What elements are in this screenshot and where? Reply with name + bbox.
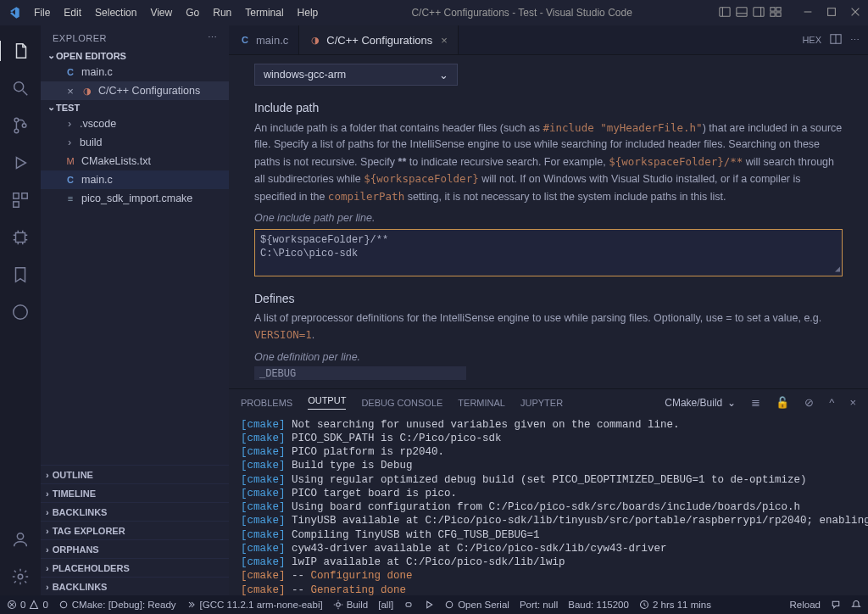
- status-openserial[interactable]: Open Serial: [444, 600, 509, 610]
- output-content[interactable]: [cmake] Not searching for unused variabl…: [229, 416, 868, 595]
- sidebar-more-icon[interactable]: ⋯: [208, 32, 218, 43]
- layout-toggle-primary-icon[interactable]: [719, 6, 731, 20]
- menu-go[interactable]: Go: [179, 3, 206, 22]
- panel-maximize-icon[interactable]: ^: [829, 396, 834, 409]
- output-clear-icon[interactable]: ⊘: [804, 396, 814, 409]
- status-run-icon[interactable]: [424, 600, 434, 610]
- include-path-description: An include path is a folder that contain…: [254, 120, 843, 205]
- orphans-label: ORPHANS: [53, 544, 99, 555]
- file-import-label: pico_sdk_import.cmake: [81, 193, 192, 204]
- output-lock-icon[interactable]: 🔓: [776, 396, 789, 409]
- c-file-icon: C: [64, 66, 76, 78]
- output-channel-select[interactable]: CMake/Build⌄: [665, 397, 736, 409]
- status-build[interactable]: Build: [333, 600, 369, 610]
- window-minimize-icon[interactable]: [802, 6, 814, 20]
- open-editor-main[interactable]: C main.c: [41, 63, 229, 81]
- status-cmake[interactable]: CMake: [Debug]: Ready: [58, 600, 176, 610]
- window-close-icon[interactable]: [849, 6, 861, 20]
- activity-settings-icon[interactable]: [10, 567, 31, 587]
- activity-extensions-icon[interactable]: [10, 190, 31, 210]
- svg-rect-20: [14, 193, 19, 198]
- backlinks2-label: BACKLINKS: [53, 582, 108, 592]
- status-feedback-icon[interactable]: [831, 600, 841, 610]
- c-file-icon: C: [64, 174, 76, 186]
- section-project[interactable]: ⌄TEST: [41, 100, 229, 114]
- section-outline[interactable]: ›OUTLINE: [41, 465, 229, 483]
- status-port[interactable]: Port: null: [520, 600, 558, 610]
- panel-close-icon[interactable]: ×: [849, 396, 856, 409]
- panel-tab-jupyter[interactable]: JUPYTER: [520, 398, 563, 408]
- output-filter-icon[interactable]: ≣: [751, 396, 760, 409]
- file-main-label: main.c: [81, 174, 113, 186]
- status-target[interactable]: [all]: [378, 600, 393, 610]
- tab-cpp-config[interactable]: ◑ C/C++ Configurations ×: [299, 25, 459, 54]
- panel-tab-debugconsole[interactable]: DEBUG CONSOLE: [361, 398, 442, 408]
- menu-file[interactable]: File: [27, 3, 57, 22]
- svg-line-15: [23, 91, 28, 96]
- status-bell-icon[interactable]: [851, 600, 861, 610]
- layout-toggle-panel-icon[interactable]: [736, 6, 748, 20]
- activity-run-debug-icon[interactable]: [10, 153, 31, 173]
- status-reload[interactable]: Reload: [790, 600, 821, 610]
- panel-tab-terminal[interactable]: TERMINAL: [458, 398, 505, 408]
- open-editor-cpp-config[interactable]: × ◑ C/C++ Configurations: [41, 81, 229, 100]
- section-backlinks2[interactable]: ›BACKLINKS: [41, 577, 229, 595]
- hex-indicator[interactable]: HEX: [802, 35, 821, 45]
- tab-close-icon[interactable]: ×: [441, 34, 448, 47]
- activity-github-icon[interactable]: [10, 302, 31, 322]
- outline-label: OUTLINE: [53, 470, 93, 480]
- menu-help[interactable]: Help: [291, 3, 326, 22]
- status-compiler[interactable]: [GCC 11.2.1 arm-none-eabi]: [186, 600, 323, 610]
- defines-title: Defines: [254, 292, 843, 305]
- file-pico-import[interactable]: ≡pico_sdk_import.cmake: [41, 189, 229, 208]
- section-backlinks[interactable]: ›BACKLINKS: [41, 502, 229, 521]
- panel-tab-output[interactable]: OUTPUT: [308, 395, 346, 410]
- menu-edit[interactable]: Edit: [57, 3, 88, 22]
- project-label: TEST: [56, 103, 80, 113]
- menu-selection[interactable]: Selection: [88, 3, 143, 22]
- configuration-dropdown[interactable]: windows-gcc-arm ⌄: [254, 64, 458, 86]
- section-timeline[interactable]: ›TIMELINE: [41, 483, 229, 502]
- tab-main-c[interactable]: C main.c: [229, 25, 299, 54]
- status-time[interactable]: 2 hrs 11 mins: [639, 600, 711, 610]
- defines-textarea[interactable]: _DEBUG: [254, 366, 466, 380]
- svg-point-16: [14, 118, 19, 122]
- status-debug-icon[interactable]: [403, 600, 414, 610]
- layout-customize-icon[interactable]: [770, 6, 782, 20]
- include-path-textarea[interactable]: ${workspaceFolder}/** C:\Pico\pico-sdk◢: [254, 229, 843, 276]
- vscode-logo-icon: [7, 6, 20, 20]
- folder-build[interactable]: ›build: [41, 133, 229, 152]
- menu-terminal[interactable]: Terminal: [238, 3, 290, 22]
- editor-more-icon[interactable]: ⋯: [850, 35, 860, 46]
- section-tagexplorer[interactable]: ›TAG EXPLORER: [41, 521, 229, 539]
- close-editor-icon[interactable]: ×: [64, 85, 76, 98]
- activity-explorer-icon[interactable]: [0, 41, 40, 61]
- status-errors[interactable]: 00: [7, 600, 48, 610]
- panel-tab-problems[interactable]: PROBLEMS: [241, 398, 292, 408]
- timeline-label: TIMELINE: [53, 488, 96, 499]
- layout-toggle-secondary-icon[interactable]: [753, 6, 765, 20]
- file-main-c[interactable]: Cmain.c: [41, 170, 229, 189]
- editor-split-icon[interactable]: [830, 33, 842, 47]
- include-path-title: Include path: [254, 101, 843, 114]
- file-cmakelists[interactable]: MCMakeLists.txt: [41, 152, 229, 170]
- activity-source-control-icon[interactable]: [10, 115, 31, 136]
- folder-vscode[interactable]: ›.vscode: [41, 114, 229, 133]
- activity-account-icon[interactable]: [10, 529, 31, 550]
- backlinks-label: BACKLINKS: [53, 507, 108, 517]
- activity-search-icon[interactable]: [10, 78, 31, 98]
- svg-rect-22: [14, 202, 19, 207]
- section-placeholders[interactable]: ›PLACEHOLDERS: [41, 558, 229, 577]
- section-open-editors[interactable]: ⌄OPEN EDITORS: [41, 48, 229, 63]
- status-baud[interactable]: Baud: 115200: [568, 600, 629, 610]
- menu-run[interactable]: Run: [206, 3, 238, 22]
- menu-view[interactable]: View: [143, 3, 179, 22]
- window-maximize-icon[interactable]: [826, 6, 837, 20]
- section-orphans[interactable]: ›ORPHANS: [41, 539, 229, 558]
- textarea-resize-handle[interactable]: ◢: [835, 264, 840, 276]
- dropdown-value: windows-gcc-arm: [264, 69, 346, 81]
- activity-bookmark-icon[interactable]: [10, 265, 31, 285]
- svg-marker-43: [427, 601, 432, 608]
- svg-point-17: [14, 129, 19, 133]
- activity-chip-icon[interactable]: [10, 227, 31, 248]
